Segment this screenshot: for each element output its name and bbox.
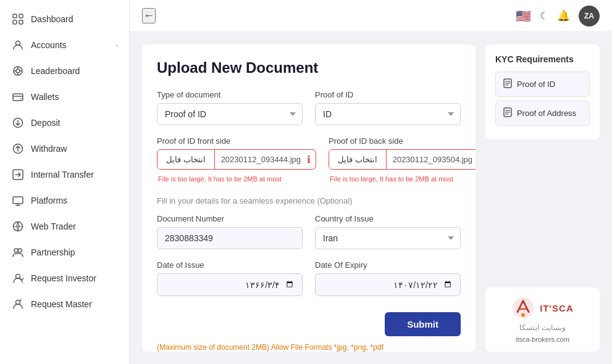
grid-icon [11, 12, 25, 26]
form-group-country: Country of Issue Iran [315, 214, 461, 249]
main-panel: Upload New Document Type of document Pro… [142, 44, 476, 352]
back-file-btn[interactable]: انتخاب فایل [329, 150, 387, 169]
avatar[interactable]: ZA [579, 6, 600, 27]
logo-url: itsca-brokers.com [516, 336, 569, 343]
front-file-error: File is too large, It has to be 2MB at m… [157, 173, 316, 184]
back-button[interactable]: ← [142, 8, 156, 23]
sidebar-item-request-investor[interactable]: Request Investor [0, 265, 129, 291]
logo-brand: IT'SCA [540, 303, 574, 313]
sidebar-item-platforms[interactable]: Platforms [0, 188, 129, 213]
sidebar-item-withdraw[interactable]: Withdraw [0, 136, 129, 162]
sidebar-label-deposit: Deposit [31, 118, 60, 128]
kyc-item-proof-of-address-label: Proof of Address [517, 109, 576, 118]
investor-icon [11, 271, 25, 285]
svg-point-12 [20, 98, 22, 99]
sidebar-item-request-master[interactable]: Request Master [0, 291, 129, 317]
kyc-item-proof-of-address[interactable]: Proof of Address [495, 101, 590, 126]
moon-icon[interactable]: ☾ [540, 10, 548, 22]
svg-point-31 [521, 313, 525, 317]
proof-of-id-select[interactable]: ID [315, 103, 461, 125]
type-of-document-select[interactable]: Proof of ID [157, 103, 303, 125]
svg-rect-0 [13, 14, 17, 18]
right-panel: KYC Requirements Proof of ID [485, 44, 600, 352]
master-icon [11, 297, 25, 311]
document-icon [503, 78, 512, 90]
logo-box: IT'SCA وبسایت ایتسکا itsca-brokers.com [485, 287, 600, 352]
date-expiry-value: ۱۴۰۷/۱۲/۲۲ [323, 280, 438, 290]
withdraw-icon [11, 142, 25, 155]
kyc-item-proof-of-id[interactable]: Proof of ID [495, 72, 590, 97]
form-group-proof-of-id: Proof of ID ID [315, 90, 461, 125]
front-file-upload: انتخاب فایل 20230112_093444.jpg ℹ [157, 149, 316, 170]
sidebar-label-platforms: Platforms [31, 196, 67, 205]
sidebar-item-dashboard[interactable]: Dashboard [0, 6, 129, 32]
form-group-date-expiry: Date Of Expiry ۱۴۰۷/۱۲/۲۲ [315, 260, 461, 296]
sidebar-item-leaderboard[interactable]: Leaderboard [0, 58, 129, 84]
front-file-btn[interactable]: انتخاب فایل [157, 150, 215, 169]
seamless-section-title: Fill in your details for a seamless expe… [157, 196, 461, 205]
main-content: ← 🇺🇸 ☾ 🔔 ZA Upload New Document Type of … [130, 0, 612, 364]
topbar-left: ← [142, 8, 156, 23]
doc-number-label: Document Number [157, 214, 303, 223]
sidebar-label-wallets: Wallets [31, 92, 59, 102]
sidebar-label-web-trader: Web Trader [31, 221, 76, 231]
date-expiry-calendar-icon[interactable] [443, 279, 453, 290]
bell-icon[interactable]: 🔔 [557, 9, 570, 22]
sidebar-label-request-investor: Request Investor [31, 273, 96, 283]
sidebar-label-dashboard: Dashboard [31, 14, 73, 24]
form-group-back-side: Proof of ID back side انتخاب فایل 202301… [329, 136, 476, 184]
kyc-title: KYC Requirements [495, 54, 590, 64]
sidebar-item-web-trader[interactable]: Web Trader [0, 213, 129, 239]
webtrader-icon [11, 220, 25, 233]
seamless-label: Fill in your details for a seamless expe… [157, 196, 315, 205]
form-row-dates: Date of Issue ۱۳۶۶/۳/۴ Date Of Expiry ۱۴… [157, 260, 461, 296]
chevron-right-icon: › [115, 41, 118, 49]
back-file-upload: انتخاب فایل 20230112_093504.jpg ℹ [329, 149, 476, 170]
topbar: ← 🇺🇸 ☾ 🔔 ZA [130, 0, 612, 32]
sidebar-label-accounts: Accounts [31, 40, 67, 50]
page-title: Upload New Document [157, 59, 461, 77]
doc-number-input[interactable] [157, 227, 303, 249]
form-group-front-side: Proof of ID front side انتخاب فایل 20230… [157, 136, 316, 184]
form-row-type: Type of document Proof of ID Proof of ID… [157, 90, 461, 125]
country-select[interactable]: Iran [315, 227, 461, 249]
deposit-icon [11, 116, 25, 130]
svg-rect-16 [13, 197, 23, 204]
content-area: Upload New Document Type of document Pro… [130, 32, 612, 364]
file-note: (Maximum size of document 2MB) Allow Fil… [157, 341, 461, 352]
leaderboard-icon [11, 64, 25, 78]
sidebar-item-wallets[interactable]: Wallets [0, 84, 129, 110]
date-issue-calendar-icon[interactable] [285, 279, 295, 290]
partnership-icon [11, 246, 25, 259]
form-bottom: Submit [157, 307, 461, 336]
svg-rect-11 [13, 94, 23, 101]
transfer-icon [11, 168, 25, 181]
sidebar-label-partnership: Partnership [31, 247, 75, 257]
wallet-icon [11, 90, 25, 104]
sidebar-item-internal-transfer[interactable]: Internal Transfer [0, 162, 129, 188]
kyc-item-proof-of-id-label: Proof of ID [517, 80, 555, 89]
svg-rect-2 [13, 20, 17, 24]
flag-icon[interactable]: 🇺🇸 [516, 9, 531, 23]
form-group-date-issue: Date of Issue ۱۳۶۶/۳/۴ [157, 260, 303, 296]
type-of-document-label: Type of document [157, 90, 303, 99]
document-icon-2 [503, 107, 512, 119]
svg-rect-1 [19, 14, 23, 18]
itsca-logo-icon [511, 296, 535, 320]
sidebar-label-internal-transfer: Internal Transfer [31, 170, 94, 180]
sidebar-item-partnership[interactable]: Partnership [0, 239, 129, 265]
form-group-doc-number: Document Number [157, 214, 303, 249]
topbar-right: 🇺🇸 ☾ 🔔 ZA [516, 6, 600, 27]
date-issue-label: Date of Issue [157, 260, 303, 270]
user-icon [11, 38, 25, 52]
sidebar-item-accounts[interactable]: Accounts › [0, 32, 129, 58]
back-file-error: File is too large, It has to be 2MB at m… [329, 173, 476, 184]
form-row-doc-country: Document Number Country of Issue Iran [157, 214, 461, 249]
sidebar-item-deposit[interactable]: Deposit [0, 110, 129, 136]
submit-button[interactable]: Submit [385, 312, 461, 336]
file-note-text: (Maximum size of document 2MB) Allow Fil… [157, 343, 384, 352]
svg-point-18 [14, 249, 18, 252]
form-row-files: Proof of ID front side انتخاب فایل 20230… [157, 136, 461, 184]
logo-text-group: IT'SCA [540, 303, 574, 313]
back-file-name: 20230112_093504.jpg [387, 150, 476, 169]
